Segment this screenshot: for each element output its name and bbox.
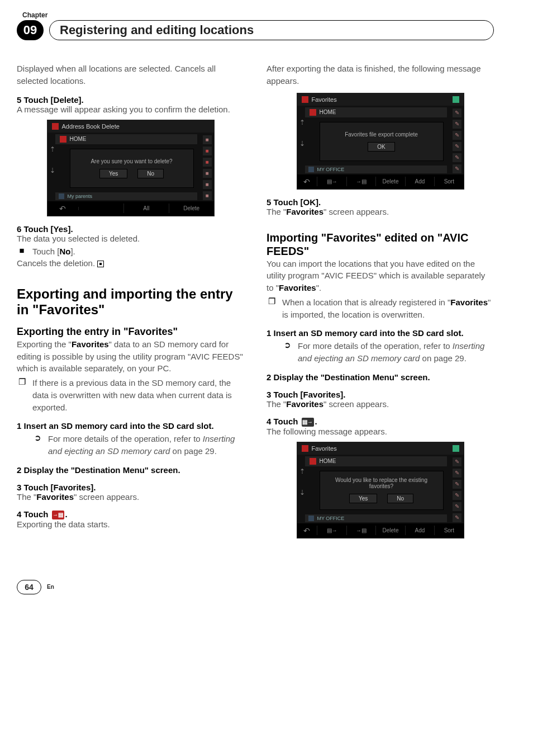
right-step-5-body: The "Favorites" screen appears. <box>266 207 494 216</box>
right-step-4-body: The following message appears. <box>266 427 494 436</box>
pin-icon: ✎ <box>453 108 461 117</box>
up-icon: ⇡ <box>49 145 56 153</box>
pin-icon: ✎ <box>453 513 461 522</box>
shot1-title: Address Book Delete <box>62 123 120 130</box>
shot2-f4[interactable]: Add <box>405 177 434 186</box>
step-6-yes: 6 Touch [Yes]. <box>17 224 244 234</box>
note-icon: ❐ <box>266 296 277 321</box>
shot3-no-button[interactable]: No <box>387 494 413 503</box>
pin-icon: ✎ <box>453 457 461 466</box>
down-icon: ⇣ <box>298 140 306 148</box>
step-6-body: The data you selected is deleted. <box>17 234 244 243</box>
reference-arrow-icon: ➲ <box>32 433 42 457</box>
flag-icon <box>60 136 66 143</box>
square-bullet-icon: ■ <box>17 245 27 258</box>
note-icon: ❐ <box>17 377 27 413</box>
chapter-label: Chapter <box>22 11 494 19</box>
shot3-f3[interactable]: Delete <box>375 526 404 535</box>
shot3-f4[interactable]: Add <box>405 526 434 535</box>
pin-icon: ✎ <box>453 131 461 140</box>
corner-icon <box>453 445 459 452</box>
shot1-no-button[interactable]: No <box>137 169 164 178</box>
pin-icon: ✎ <box>453 469 461 478</box>
back-icon[interactable]: ↶ <box>297 176 317 188</box>
chapter-number-badge: 09 <box>17 20 44 40</box>
step-5-body: A message will appear asking you to conf… <box>17 105 244 114</box>
left-ref-text: For more details of the operation, refer… <box>48 433 244 457</box>
shot3-f2[interactable]: →▤ <box>346 526 375 535</box>
left-step-4-body: Exporting the data starts. <box>17 519 244 529</box>
check-icon: ■ <box>203 169 212 178</box>
subsection-importing: Importing "Favorites" edited on "AVIC FE… <box>266 231 494 258</box>
shot3-f5[interactable]: Sort <box>434 526 463 535</box>
shot2-f3[interactable]: Delete <box>375 177 404 186</box>
shot2-f2[interactable]: →▤ <box>346 177 375 186</box>
up-icon: ⇡ <box>298 119 306 126</box>
export-note: If there is a previous data in the SD me… <box>32 377 244 413</box>
right-step-2: 2 Display the "Destination Menu" screen. <box>266 372 494 382</box>
shot2-title: Favorites <box>312 96 337 103</box>
end-mark-icon <box>97 261 104 267</box>
flag-icon <box>308 167 314 172</box>
shot2-f5[interactable]: Sort <box>434 177 463 186</box>
pin-icon: ✎ <box>453 480 461 489</box>
shot1-dialog-msg: Are you sure you want to delete? <box>91 158 172 164</box>
import-paragraph: You can import the locations that you ha… <box>266 258 494 294</box>
step-5-delete: 5 Touch [Delete]. <box>17 95 244 105</box>
shot1-yes-button[interactable]: Yes <box>99 169 127 178</box>
export-paragraph: Exporting the "Favorites" data to an SD … <box>17 338 244 375</box>
flag-icon <box>310 109 316 116</box>
back-icon[interactable]: ↶ <box>47 202 79 215</box>
shot1-footer-delete[interactable]: Delete <box>169 204 214 213</box>
shot2-home: HOME <box>320 109 336 115</box>
shot1-footer-all[interactable]: All <box>123 204 169 213</box>
shot2-dialog-msg: Favorites file export complete <box>345 131 418 138</box>
down-icon: ⇣ <box>49 167 56 174</box>
back-icon[interactable]: ↶ <box>297 525 317 537</box>
subsection-exporting: Exporting the entry in "Favorites" <box>17 326 244 338</box>
screenshot-address-book-delete: Address Book Delete HOME ⇡ ⇣ ■ ■ ■ <box>47 120 215 216</box>
check-icon: ■ <box>203 158 212 167</box>
page-title: Registering and editing locations <box>60 23 254 37</box>
right-step-5: 5 Touch [OK]. <box>266 197 494 207</box>
check-icon: ■ <box>203 180 212 189</box>
left-step-4: 4 Touch →▤. <box>17 509 244 519</box>
right-intro: After exporting the data is finished, th… <box>266 63 494 87</box>
left-step-1: 1 Insert an SD memory card into the SD c… <box>17 421 244 431</box>
check-icon: ■ <box>203 135 212 144</box>
right-ref-text: For more details of the operation, refer… <box>298 340 494 365</box>
right-step-1: 1 Insert an SD memory card into the SD c… <box>266 328 494 338</box>
flag-icon <box>52 123 59 130</box>
shot2-ok-button[interactable]: OK <box>368 142 394 152</box>
corner-icon <box>453 96 459 103</box>
pin-icon: ✎ <box>453 502 461 511</box>
shot1-footer-spacer <box>78 207 123 210</box>
pin-icon: ✎ <box>453 491 461 500</box>
flag-icon <box>302 96 308 103</box>
shot2-office: MY OFFICE <box>317 167 345 172</box>
shot1-parents: My parents <box>68 193 93 199</box>
left-step-3-body: The "Favorites" screen appears. <box>17 492 244 502</box>
down-icon: ⇣ <box>298 489 306 497</box>
shot3-title: Favorites <box>312 445 337 452</box>
right-step-4: 4 Touch ▤→. <box>266 417 494 427</box>
left-step-3: 3 Touch [Favorites]. <box>17 483 244 492</box>
shot3-yes-button[interactable]: Yes <box>349 494 377 503</box>
import-from-card-icon: ▤→ <box>302 418 314 427</box>
shot3-f1[interactable]: ▤→ <box>317 526 346 535</box>
page-footer: 64 En <box>17 580 494 594</box>
shot2-f1[interactable]: ▤→ <box>317 177 346 186</box>
check-icon: ■ <box>203 147 212 155</box>
right-step-3: 3 Touch [Favorites]. <box>266 390 494 399</box>
shot3-dialog-msg: Would you like to replace the existing f… <box>320 477 443 489</box>
import-note: When a location that is already register… <box>282 296 494 321</box>
section-export-import: Exporting and importing the entry in "Fa… <box>17 286 244 317</box>
screenshot-favorites-export-complete: Favorites HOME ⇡ ⇣ ✎ ✎ ✎ <box>297 93 464 190</box>
reference-arrow-icon: ➲ <box>282 340 292 365</box>
shot1-home: HOME <box>70 136 87 142</box>
check-icon: ■ <box>203 191 212 200</box>
screenshot-favorites-replace: Favorites HOME ⇡ ⇣ ✎ ✎ ✎ <box>297 442 464 538</box>
right-step-3-body: The "Favorites" screen appears. <box>266 399 494 409</box>
intro-text: Displayed when all locations are selecte… <box>17 63 244 87</box>
up-icon: ⇡ <box>298 467 306 475</box>
